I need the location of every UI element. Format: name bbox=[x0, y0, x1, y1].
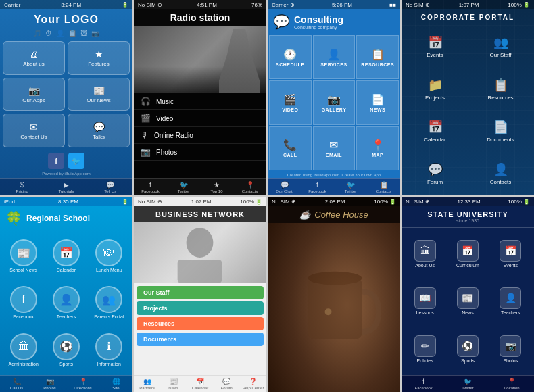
radio-top10-tab[interactable]: ★ Top 10 bbox=[200, 179, 233, 195]
resources-portal-item[interactable]: 📋 Resources bbox=[468, 69, 533, 110]
projects-biz-btn[interactable]: Projects bbox=[137, 301, 264, 315]
gallery-btn[interactable]: 📷 GALLERY bbox=[313, 80, 356, 124]
contact-us-label: Contact Us bbox=[20, 134, 47, 140]
radio-twitter-tab[interactable]: 🐦 Twitter bbox=[167, 179, 200, 195]
school-name: Regional School bbox=[26, 214, 90, 223]
projects-portal-item[interactable]: 📁 Projects bbox=[403, 69, 467, 110]
carrier-8: No SIM ⊕ bbox=[406, 199, 430, 205]
tutorials-tab[interactable]: ▶ Tutorials bbox=[44, 179, 88, 195]
about-us-uni-icon: 🏛 bbox=[414, 240, 436, 262]
our-news-btn[interactable]: 📰 Our News bbox=[68, 78, 130, 112]
cons-fb-tab[interactable]: f Facebook bbox=[301, 179, 334, 195]
cons-video-icon: 🎬 bbox=[283, 93, 297, 106]
menu-grid-1: 🖨 About us ★ Features 📷 Our Apps 📰 Our N… bbox=[0, 39, 132, 150]
administration-btn[interactable]: 🏛 Administration bbox=[4, 328, 43, 371]
documents-biz-btn[interactable]: Documents bbox=[137, 333, 264, 346]
call-btn[interactable]: 📞 CALL bbox=[269, 126, 312, 170]
consulting-bubble-icon: 💬 bbox=[273, 14, 290, 30]
calendar-portal-item[interactable]: 📅 Calendar bbox=[403, 111, 467, 152]
information-btn[interactable]: ℹ Information bbox=[90, 328, 128, 371]
lessons-icon: 📖 bbox=[414, 287, 436, 309]
photos-item[interactable]: 📷 Photos bbox=[134, 144, 266, 161]
directions-icon: 📍 bbox=[79, 378, 87, 385]
uni-events-item[interactable]: 📅 Events bbox=[490, 230, 531, 277]
directions-tab[interactable]: 📍 Directions bbox=[66, 376, 99, 392]
university-grid: 🏛 About Us 📅 Curriculum 📅 Events 📖 Lesso… bbox=[402, 228, 534, 375]
contacts-portal-item[interactable]: 👤 Contacts bbox=[468, 153, 533, 195]
about-us-btn[interactable]: 🖨 About us bbox=[3, 41, 65, 75]
features-btn[interactable]: ★ Features bbox=[68, 41, 130, 75]
uni-photos-item[interactable]: 📷 Photos bbox=[490, 326, 531, 372]
biz-calendar-tab[interactable]: 📅 Calendar bbox=[187, 376, 213, 392]
resources-btn[interactable]: 📋 RESOURCES bbox=[356, 35, 399, 79]
events-portal-item[interactable]: 📅 Events bbox=[403, 26, 467, 68]
teachers-btn[interactable]: 👤 Teachers bbox=[47, 281, 85, 324]
our-staff-portal-item[interactable]: 👥 Our Staff bbox=[468, 26, 533, 68]
documents-portal-item[interactable]: 📄 Documents bbox=[468, 111, 533, 152]
email-btn[interactable]: ✉ EMAIL bbox=[313, 126, 356, 170]
tell-us-tab[interactable]: 💬 Tell Us bbox=[89, 179, 132, 195]
policies-item[interactable]: ✏ Policies bbox=[404, 326, 445, 372]
help-center-tab[interactable]: ❓ Help Center bbox=[240, 376, 266, 392]
twitter-btn-1[interactable]: 🐦 bbox=[68, 153, 84, 169]
about-us-uni-item[interactable]: 🏛 About Us bbox=[404, 230, 445, 277]
our-staff-biz-label: Our Staff bbox=[143, 289, 170, 296]
school-photos-icon: 📷 bbox=[46, 378, 54, 385]
photos-icon: 📷 bbox=[141, 147, 151, 157]
facebook-btn-1[interactable]: f bbox=[48, 153, 64, 169]
our-apps-btn[interactable]: 📷 Our Apps bbox=[3, 78, 65, 112]
video-btn[interactable]: 🎬 VIDEO bbox=[269, 80, 312, 124]
radio-contacts-tab[interactable]: 📍 Contacts bbox=[233, 179, 266, 195]
site-tab[interactable]: 🌐 Site bbox=[99, 376, 132, 392]
uni-teachers-item[interactable]: 👤 Teachers bbox=[490, 278, 531, 325]
partners-tab[interactable]: 👥 Partners bbox=[134, 376, 160, 392]
music-item[interactable]: 🎧 Music bbox=[134, 93, 266, 110]
uni-sports-item[interactable]: ⚽ Sports bbox=[447, 326, 488, 372]
radio-facebook-tab[interactable]: f Facebook bbox=[134, 179, 167, 195]
curriculum-item[interactable]: 📅 Curriculum bbox=[447, 230, 488, 277]
sports-btn[interactable]: ⚽ Sports bbox=[47, 328, 85, 371]
video-item[interactable]: 🎬 Video bbox=[134, 110, 266, 127]
projects-biz-label: Projects bbox=[143, 305, 168, 312]
talks-btn[interactable]: 💬 Talks bbox=[68, 114, 130, 147]
pricing-tab[interactable]: $ Pricing bbox=[0, 179, 44, 195]
our-chat-icon: 💬 bbox=[281, 181, 289, 189]
contact-us-btn[interactable]: ✉ Contact Us bbox=[3, 114, 65, 147]
our-staff-biz-btn[interactable]: Our Staff bbox=[137, 286, 264, 299]
uni-events-icon: 📅 bbox=[500, 240, 521, 262]
lessons-item[interactable]: 📖 Lessons bbox=[404, 278, 445, 325]
uni-fb-tab[interactable]: f Facebook bbox=[402, 376, 445, 392]
forum-portal-item[interactable]: 💬 Forum bbox=[403, 153, 467, 195]
bottom-bar-1: $ Pricing ▶ Tutorials 💬 Tell Us bbox=[0, 178, 132, 195]
corporate-header: COPRORATE PORTAL bbox=[402, 9, 534, 25]
schedule-btn[interactable]: 🕐 SCHEDULE bbox=[269, 35, 312, 79]
biz-forum-tab[interactable]: 💬 Forum bbox=[214, 376, 240, 392]
school-calendar-btn[interactable]: 📅 Calendar bbox=[47, 235, 85, 277]
resources-biz-btn[interactable]: Resources bbox=[137, 317, 264, 330]
cons-contacts-tab[interactable]: 📋 Contacts bbox=[367, 179, 400, 195]
news-btn[interactable]: 📄 NEWS bbox=[356, 80, 399, 124]
lunch-menu-btn[interactable]: 🍽 Lunch Menu bbox=[90, 235, 128, 277]
services-btn[interactable]: 👤 SERVICES bbox=[313, 35, 356, 79]
policies-icon: ✏ bbox=[414, 335, 436, 357]
school-fb-btn[interactable]: f Facebook bbox=[4, 281, 43, 324]
map-btn[interactable]: 📍 MAP bbox=[356, 126, 399, 170]
our-chat-tab[interactable]: 💬 Our Chat bbox=[268, 179, 301, 195]
biz-forum-icon: 💬 bbox=[222, 378, 230, 385]
resources-portal-label: Resources bbox=[487, 95, 513, 101]
call-us-tab[interactable]: 📞 Call Us bbox=[0, 376, 33, 392]
uni-tw-tab[interactable]: 🐦 Twitter bbox=[445, 376, 489, 392]
cons-tw-tab[interactable]: 🐦 Twitter bbox=[334, 179, 367, 195]
uni-location-tab[interactable]: 📍 Location bbox=[490, 376, 534, 392]
photos-label: Photos bbox=[156, 149, 177, 156]
map-label: MAP bbox=[372, 153, 383, 157]
uni-news-item[interactable]: 📰 News bbox=[447, 278, 488, 325]
school-calendar-icon: 📅 bbox=[53, 239, 80, 266]
school-news-btn[interactable]: 📰 School News bbox=[4, 235, 43, 277]
online-radio-item[interactable]: 🎙 Online Radio bbox=[134, 127, 266, 144]
biz-news-tab[interactable]: 📰 News bbox=[160, 376, 187, 392]
biz-calendar-icon: 📅 bbox=[196, 378, 204, 385]
parents-portal-btn[interactable]: 👥 Parents Portal bbox=[90, 281, 128, 324]
school-photos-tab[interactable]: 📷 Photos bbox=[33, 376, 66, 392]
bottom-bar-6: 👥 Partners 📰 News 📅 Calendar 💬 Forum ❓ H… bbox=[134, 375, 266, 392]
